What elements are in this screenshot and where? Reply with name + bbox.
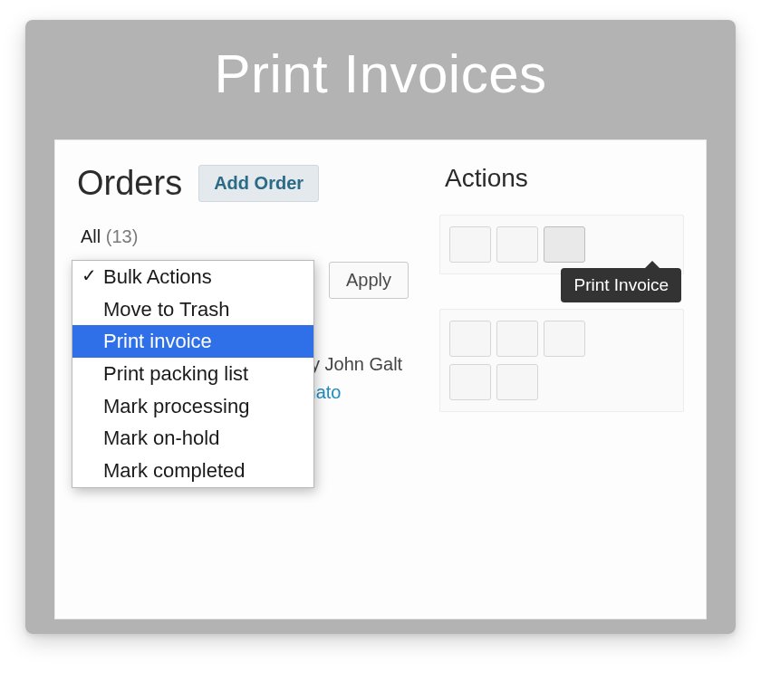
dropdown-item[interactable]: Move to Trash [72, 293, 313, 326]
print-invoice-button[interactable] [544, 226, 585, 263]
complete-button[interactable] [496, 321, 538, 357]
card-header: Print Invoices [25, 20, 736, 127]
actions-title: Actions [439, 164, 684, 193]
dropdown-item[interactable]: Mark completed [72, 455, 313, 487]
apply-button[interactable]: Apply [329, 262, 409, 299]
add-order-button[interactable]: Add Order [198, 165, 319, 202]
filter-all[interactable]: All (13) [77, 226, 430, 247]
filter-label: All [81, 226, 101, 246]
dropdown-item[interactable]: Mark processing [72, 390, 313, 423]
actions-group-1: Print Invoice [439, 215, 684, 274]
card-title: Print Invoices [214, 43, 546, 105]
tooltip: Print Invoice [561, 268, 681, 302]
filter-count: (13) [106, 226, 139, 246]
action-buttons-row-2 [449, 364, 674, 400]
actions-group-2 [439, 309, 684, 412]
bulk-actions-row: Bulk Actions Move to Trash Print invoice… [77, 262, 430, 299]
complete-button[interactable] [449, 226, 491, 263]
dropdown-item[interactable]: Mark on-hold [72, 422, 313, 455]
view-button[interactable] [496, 226, 538, 263]
page-title: Orders [77, 164, 182, 203]
orders-panel: Orders Add Order All (13) Bulk Actions M… [77, 164, 430, 299]
action-buttons-row [449, 226, 674, 263]
dropdown-item[interactable]: Print invoice [72, 325, 313, 358]
dropdown-item[interactable]: Bulk Actions [72, 261, 313, 293]
dropdown-item[interactable]: Print packing list [72, 358, 313, 390]
print-invoice-button[interactable] [449, 364, 491, 400]
card-body: Orders Add Order All (13) Bulk Actions M… [25, 127, 736, 634]
orders-header-row: Orders Add Order [77, 164, 430, 203]
view-button[interactable] [544, 321, 585, 357]
action-buttons-row [449, 321, 674, 357]
more-button[interactable] [449, 321, 491, 357]
bulk-actions-dropdown[interactable]: Bulk Actions Move to Trash Print invoice… [72, 260, 314, 488]
print-packing-list-button[interactable] [496, 364, 538, 400]
admin-panel-inset: Orders Add Order All (13) Bulk Actions M… [54, 139, 707, 619]
actions-panel: Actions [439, 164, 684, 446]
feature-card: Print Invoices Orders Add Order All (13)… [25, 20, 736, 634]
